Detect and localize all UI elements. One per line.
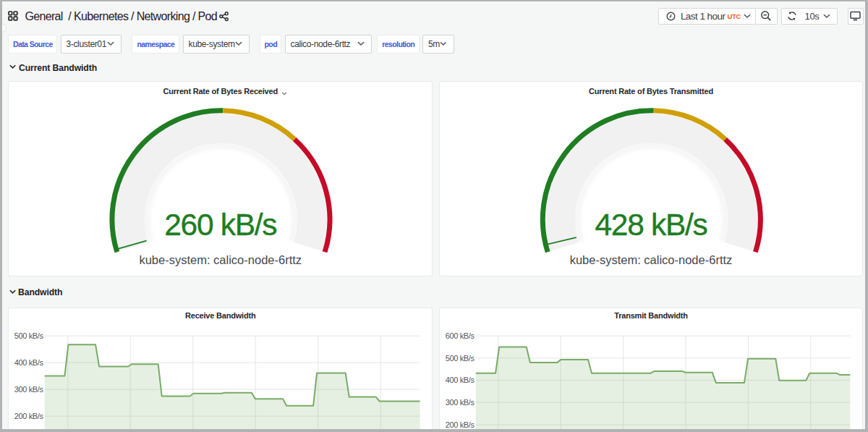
svg-text:300 kB/s: 300 kB/s bbox=[446, 398, 475, 407]
svg-text:500 kB/s: 500 kB/s bbox=[446, 354, 475, 363]
svg-text:200 kB/s: 200 kB/s bbox=[446, 420, 475, 429]
svg-text:400 kB/s: 400 kB/s bbox=[446, 376, 475, 384]
svg-text:600 kB/s: 600 kB/s bbox=[446, 331, 475, 340]
svg-text:300 kB/s: 300 kB/s bbox=[14, 385, 44, 394]
svg-text:200 kB/s: 200 kB/s bbox=[14, 412, 44, 420]
svg-text:400 kB/s: 400 kB/s bbox=[14, 358, 44, 367]
svg-text:500 kB/s: 500 kB/s bbox=[14, 331, 44, 340]
